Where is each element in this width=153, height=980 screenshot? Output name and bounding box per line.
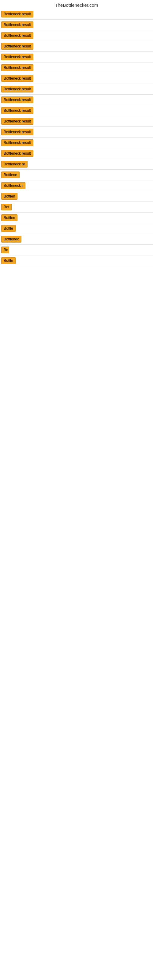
bottleneck-badge: Bottleneck result (1, 21, 33, 28)
bottleneck-badge: Bo (1, 247, 9, 253)
bottleneck-badge: Bottleneck r (1, 182, 26, 189)
result-row[interactable]: Bottleneck result (0, 62, 153, 73)
result-row[interactable]: Bottle (0, 255, 153, 266)
result-row[interactable]: Bottleneck result (0, 20, 153, 30)
bottleneck-badge: Bot (1, 204, 12, 210)
result-row[interactable]: Bottleneck result (0, 116, 153, 127)
bottleneck-badge: Bottlen (1, 215, 18, 221)
result-row[interactable]: Bottle (0, 223, 153, 234)
result-row[interactable]: Bottleneck result (0, 137, 153, 148)
bottleneck-badge: Bottleneck result (1, 139, 33, 146)
bottleneck-badge: Bottleneck result (1, 129, 33, 135)
site-title: TheBottlenecker.com (0, 0, 153, 9)
bottleneck-badge: Bottleneck result (1, 11, 33, 18)
bottleneck-badge: Bottle (1, 257, 16, 264)
results-container: Bottleneck resultBottleneck resultBottle… (0, 9, 153, 266)
result-row[interactable]: Bottleneck r (0, 180, 153, 191)
bottleneck-badge: Bottleneck result (1, 75, 33, 82)
bottleneck-badge: Bottleneck result (1, 64, 33, 71)
bottleneck-badge: Bottlen (1, 193, 18, 200)
bottleneck-badge: Bottlene (1, 172, 19, 178)
bottleneck-badge: Bottleneck result (1, 43, 33, 49)
result-row[interactable]: Bottlene (0, 170, 153, 180)
result-row[interactable]: Bo (0, 245, 153, 255)
bottleneck-badge: Bottleneck result (1, 86, 33, 92)
bottleneck-badge: Bottleneck result (1, 54, 33, 60)
result-row[interactable]: Bottlen (0, 191, 153, 202)
result-row[interactable]: Bottleneck result (0, 41, 153, 52)
result-row[interactable]: Bottleneck result (0, 148, 153, 159)
result-row[interactable]: Bottlenec (0, 234, 153, 245)
bottleneck-badge: Bottleneck result (1, 150, 33, 157)
result-row[interactable]: Bot (0, 202, 153, 213)
result-row[interactable]: Bottleneck result (0, 84, 153, 95)
result-row[interactable]: Bottleneck result (0, 95, 153, 105)
bottleneck-badge: Bottleneck re (1, 161, 27, 167)
result-row[interactable]: Bottleneck result (0, 9, 153, 20)
bottleneck-badge: Bottlenec (1, 236, 21, 243)
bottleneck-badge: Bottle (1, 225, 16, 232)
result-row[interactable]: Bottleneck re (0, 159, 153, 170)
bottleneck-badge: Bottleneck result (1, 118, 33, 125)
result-row[interactable]: Bottlen (0, 213, 153, 223)
bottleneck-badge: Bottleneck result (1, 32, 33, 39)
result-row[interactable]: Bottleneck result (0, 127, 153, 137)
result-row[interactable]: Bottleneck result (0, 105, 153, 116)
result-row[interactable]: Bottleneck result (0, 30, 153, 41)
result-row[interactable]: Bottleneck result (0, 73, 153, 84)
result-row[interactable]: Bottleneck result (0, 52, 153, 62)
bottleneck-badge: Bottleneck result (1, 107, 33, 114)
bottleneck-badge: Bottleneck result (1, 97, 33, 103)
